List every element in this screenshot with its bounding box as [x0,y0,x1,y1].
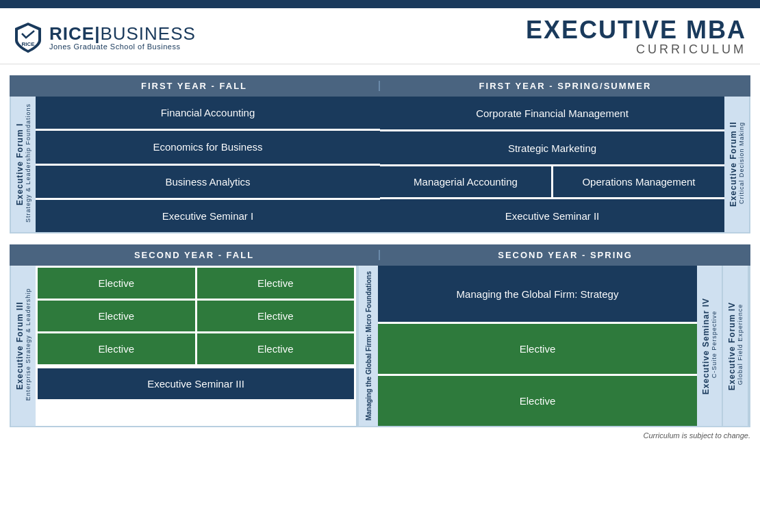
business-analytics: Business Analytics [36,166,380,200]
title-area: EXECUTIVE MBA CURRICULUM [526,18,746,57]
economics-for-business: Economics for Business [36,131,380,165]
exec-seminar-4-label: Executive Seminar IV C-Suite Perspective [697,266,723,426]
main-title: EXECUTIVE MBA [526,18,746,42]
strategic-marketing: Strategic Marketing [380,131,724,166]
executive-seminar-3: Executive Seminar III [38,368,354,399]
financial-accounting: Financial Accounting [36,97,380,131]
spring-elective-2: Elective [378,376,697,426]
logo-sub-text: Jones Graduate School of Business [49,42,196,51]
first-year-content: Executive Forum I Strategy & Leadership … [10,97,750,233]
logo-text: RICE|BUSINESS Jones Graduate School of B… [49,25,196,51]
header: RICE RICE|BUSINESS Jones Graduate School… [0,8,760,64]
second-year-content: Executive Forum III Enterprise Strategy … [10,266,750,427]
exec-forum-4-label: Executive Forum IV Global Field Experien… [723,266,749,426]
footer-note: Curriculum is subject to change. [0,427,760,445]
sub-title: CURRICULUM [526,42,746,57]
elective-6: Elective [197,333,355,364]
second-year-fall-header: SECOND YEAR - FALL [10,250,380,260]
executive-seminar-2: Executive Seminar II [380,199,724,232]
top-bar [0,0,760,8]
exec-forum-3-label: Executive Forum III Enterprise Strategy … [11,266,36,426]
second-year-spring: Managing the Global Firm: Micro Foundati… [357,266,749,426]
second-year-section: SECOND YEAR - FALL SECOND YEAR - SPRING … [10,244,750,427]
first-year-spring-header: FIRST YEAR - SPRING/SUMMER [380,81,750,91]
logo-area: RICE RICE|BUSINESS Jones Graduate School… [14,21,196,54]
first-year-section: FIRST YEAR - FALL FIRST YEAR - SPRING/SU… [10,75,750,233]
operations-management: Operations Management [553,166,724,197]
first-year-fall-header: FIRST YEAR - FALL [10,81,380,91]
exec-forum-1-label: Executive Forum I Strategy & Leadership … [11,97,36,232]
elective-1: Elective [38,268,195,299]
first-year-header: FIRST YEAR - FALL FIRST YEAR - SPRING/SU… [10,75,750,97]
spring-courses: Corporate Financial Management Strategic… [380,97,724,232]
logo-main-text: RICE|BUSINESS [49,25,196,42]
managerial-accounting: Managerial Accounting [380,166,553,197]
elective-5: Elective [38,333,195,364]
managing-global-label: Managing the Global Firm: Micro Foundati… [357,266,378,426]
elective-3: Elective [38,301,195,331]
exec-forum-2-label: Executive Forum II Critical Decision Mak… [724,97,749,232]
fall-courses: Financial Accounting Economics for Busin… [36,97,380,232]
second-year-fall: Elective Elective Elective Elective Elec… [36,266,357,426]
spring-elective-1: Elective [378,324,697,376]
executive-seminar-1: Executive Seminar I [36,200,380,232]
spring-courses-area: Managing the Global Firm: Strategy Elect… [378,266,697,426]
second-year-header: SECOND YEAR - FALL SECOND YEAR - SPRING [10,244,750,266]
accounting-operations-row: Managerial Accounting Operations Managem… [380,166,724,199]
elective-grid: Elective Elective Elective Elective Elec… [36,266,356,366]
exec-seminar-3-row: Executive Seminar III [36,366,356,401]
svg-text:RICE: RICE [21,41,35,47]
elective-4: Elective [197,301,355,331]
elective-2: Elective [197,268,355,299]
corporate-financial-management: Corporate Financial Management [380,97,724,131]
shield-icon: RICE [14,21,42,54]
second-year-spring-header: SECOND YEAR - SPRING [380,250,750,260]
managing-global-strategy: Managing the Global Firm: Strategy [378,266,697,324]
